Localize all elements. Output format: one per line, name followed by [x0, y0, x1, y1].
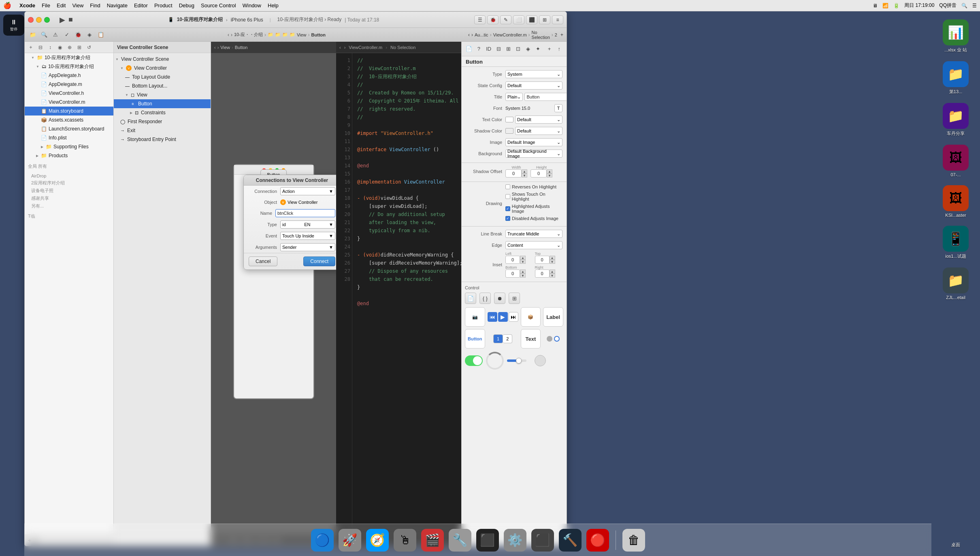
dock-finder[interactable]: 🔵 — [311, 529, 334, 552]
height-stepper[interactable]: ▲ ▼ — [547, 169, 552, 177]
nav-item-viewcontroller-m[interactable]: 📄 ViewController.m — [25, 98, 113, 107]
nav-test-icon[interactable]: ✓ — [62, 30, 72, 40]
connection-dropdown[interactable]: Action ▼ — [280, 187, 335, 195]
menu-editor[interactable]: Editor — [134, 2, 148, 9]
search-icon[interactable]: 🔍 — [961, 3, 967, 9]
nav-debug-icon[interactable]: 🐞 — [73, 30, 83, 40]
width-stepper[interactable]: ▲ ▼ — [522, 169, 527, 177]
inspector-attributes-icon[interactable]: ⊟ — [494, 44, 503, 54]
nav-item-infoplist[interactable]: 📄 Info.plist — [25, 133, 113, 142]
nav-item-appdelegate-m[interactable]: 📄 AppDelegate.m — [25, 80, 113, 89]
control-label-btn[interactable]: Label — [543, 307, 563, 327]
breadcrumb-forward[interactable]: › — [231, 32, 232, 38]
dock-appstore[interactable]: ⬛ — [531, 529, 554, 552]
stepper-dec[interactable]: 1 — [493, 334, 503, 343]
canvas-device[interactable]: View — [220, 45, 230, 50]
breadcrumb-scheme[interactable]: 10-应・・介绍 — [234, 32, 263, 38]
breadcrumb-button[interactable]: Button — [311, 32, 326, 37]
top-stepper[interactable]: ▲ ▼ — [550, 256, 555, 264]
radio1[interactable] — [547, 336, 552, 342]
menu-file[interactable]: File — [42, 2, 50, 9]
dock-xcode[interactable]: 🔨 — [559, 529, 582, 552]
ib-item-vc-scene[interactable]: ▼ View Controller Scene — [114, 55, 211, 64]
dock-safari[interactable]: 🧭 — [366, 529, 389, 552]
ed2-forward[interactable]: › — [471, 32, 473, 38]
dock-mouse[interactable]: 🖱 — [394, 529, 416, 552]
right-stepper[interactable]: ▲ ▼ — [550, 269, 555, 278]
dock-launchpad[interactable]: 🚀 — [339, 529, 361, 552]
arguments-dropdown[interactable]: Sender ▼ — [280, 243, 335, 251]
nav-warning-icon[interactable]: ⚠ — [51, 30, 60, 40]
linebreak-dropdown[interactable]: Truncate Middle ⌄ — [505, 230, 562, 238]
bottom-input[interactable] — [505, 269, 520, 278]
ib-item-view[interactable]: ▼ ◻ View — [114, 90, 211, 99]
reverses-checkbox[interactable] — [505, 184, 510, 189]
width-up[interactable]: ▲ — [522, 169, 527, 173]
breadcrumb-view[interactable]: View — [297, 32, 307, 37]
editor-back[interactable]: ‹ — [339, 45, 341, 50]
inspector-view-effects-icon[interactable]: ✦ — [534, 44, 542, 54]
top-down[interactable]: ▼ — [550, 260, 555, 264]
desktop-icon-folder2[interactable]: 📁 车丹分享 — [943, 103, 969, 137]
maximize-button[interactable] — [44, 17, 50, 23]
ib-item-button[interactable]: B Button — [114, 99, 211, 108]
minimize-button[interactable] — [36, 17, 42, 23]
dock-media[interactable]: 🎬 — [421, 529, 444, 552]
ib-item-top-layout[interactable]: ― Top Layout Guide — [114, 73, 211, 81]
right-down[interactable]: ▼ — [550, 274, 555, 278]
ib-item-exit[interactable]: → Exit — [114, 126, 211, 135]
ib-item-bottom-layout[interactable]: ― Bottom Layout... — [114, 81, 211, 90]
prev-btn[interactable]: ⏮ — [488, 312, 497, 322]
code-content[interactable]: // // ViewController.m // 10-应用程序对象介绍 //… — [352, 53, 461, 546]
nav-sort-icon[interactable]: ↕ — [46, 43, 55, 52]
knob-control[interactable] — [535, 355, 546, 366]
ed2-selection[interactable]: No Selection — [532, 30, 550, 40]
ed2-app[interactable]: Au...tic — [475, 32, 488, 37]
editor-toggle[interactable]: ✎ — [500, 15, 511, 24]
inspector-size-icon[interactable]: ⊞ — [504, 44, 512, 54]
nav-item-app[interactable]: ▼ 🗂 10-应用程序对象介绍 — [25, 62, 113, 71]
breadcrumb-folder4[interactable]: 📁 — [290, 32, 295, 37]
menu-navigate[interactable]: Navigate — [107, 2, 128, 9]
text-color-swatch[interactable] — [505, 117, 513, 122]
breadcrumb-folder3[interactable]: 📁 — [282, 32, 288, 37]
image-dropdown[interactable]: Default Image ⌄ — [505, 138, 562, 146]
top-up[interactable]: ▲ — [550, 256, 555, 260]
play-button[interactable]: ▶ — [60, 15, 65, 24]
height-input[interactable] — [530, 169, 547, 177]
nav-grid-icon[interactable]: ⊞ — [75, 43, 84, 52]
inspector-connections-icon[interactable]: ⊡ — [514, 44, 522, 54]
bottom-down[interactable]: ▼ — [520, 274, 526, 278]
text-color-dropdown[interactable]: Default ⌄ — [515, 115, 562, 124]
connect-button[interactable]: Connect — [303, 257, 335, 266]
bottom-up[interactable]: ▲ — [520, 269, 526, 274]
nav-item-viewcontroller-h[interactable]: 📄 ViewController.h — [25, 89, 113, 98]
nav-folder-icon[interactable]: 📁 — [28, 30, 38, 40]
menu-window[interactable]: Window — [243, 2, 261, 9]
nav-breakpoint-icon[interactable]: ◈ — [85, 30, 94, 40]
nav-item-products[interactable]: ▶ 📁 Products — [25, 151, 113, 160]
nav-item-supporting[interactable]: ▶ 📁 Supporting Files — [25, 142, 113, 151]
state-dropdown[interactable]: Default ⌄ — [505, 81, 562, 90]
scheme-arrow[interactable]: › — [226, 17, 228, 22]
left-up[interactable]: ▲ — [520, 256, 526, 260]
type-dropdown[interactable]: id EN ▼ — [280, 220, 335, 229]
nav-plus-icon[interactable]: + — [26, 43, 35, 52]
nav-item-mainstoryboard[interactable]: 📋 Main.storyboard — [25, 107, 113, 115]
nav-item-appdelegate-h[interactable]: 📄 AppDelegate.h — [25, 71, 113, 80]
standard-editor[interactable]: ⬜ — [513, 15, 524, 24]
ib-item-first-responder[interactable]: ◯ First Responder — [114, 117, 211, 126]
radio2[interactable] — [554, 336, 560, 342]
editor-filename[interactable]: ViewController.m — [349, 45, 382, 50]
inspector-share-icon[interactable]: ↑ — [555, 44, 563, 54]
ib-item-vc[interactable]: ▼ V View Controller — [114, 64, 211, 73]
menu-help[interactable]: Help — [268, 2, 279, 9]
menu-product[interactable]: Product — [154, 2, 173, 9]
desktop-icon-img2[interactable]: 🖼 KSI...aster — [943, 185, 969, 218]
title-dropdown[interactable]: Plain ⌄ — [505, 93, 523, 101]
inspector-toggle[interactable]: ≡ — [552, 15, 563, 24]
canvas-forward[interactable]: › — [217, 45, 219, 50]
dock-trash[interactable]: 🗑 — [622, 529, 645, 552]
nav-item-launchscreen[interactable]: 📋 LaunchScreen.storyboard — [25, 124, 113, 133]
bottom-stepper[interactable]: ▲ ▼ — [520, 269, 526, 278]
